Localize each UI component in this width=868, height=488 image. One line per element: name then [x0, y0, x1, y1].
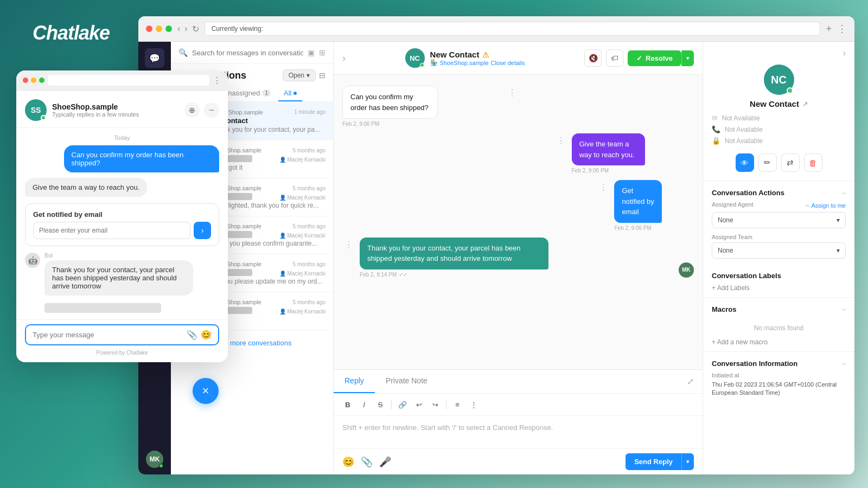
chat-input[interactable]: [33, 331, 182, 339]
macros-title: Macros: [712, 305, 737, 313]
message-actions-btn[interactable]: ⋮: [506, 86, 519, 100]
link-btn[interactable]: 🔗: [395, 397, 410, 412]
assign-to-me-btn[interactable]: → Assign to me: [804, 202, 846, 209]
edit-contact-btn[interactable]: ✏: [758, 153, 777, 172]
reply-footer: 😊 📎 🎤 Send Reply ▾: [334, 448, 703, 474]
view-contact-btn[interactable]: 👁: [736, 153, 754, 172]
list-btn[interactable]: ≡: [450, 397, 465, 412]
macros-header: Macros −: [703, 298, 854, 318]
italic-btn[interactable]: I: [356, 397, 372, 412]
reply-tab[interactable]: Reply: [334, 370, 375, 393]
add-macro-btn[interactable]: + Add a new macro: [703, 338, 854, 351]
conv-info-collapse-btn[interactable]: −: [842, 360, 846, 368]
nav-back-btn[interactable]: ‹: [177, 24, 180, 34]
message-actions-btn[interactable]: ⋮: [342, 237, 355, 252]
widget-settings-btn[interactable]: ⊕: [184, 102, 200, 118]
browser-window: ‹ › ↻ + ⋮ 💬 👤 📊 ⚙ ? MK 🔍 ▣ ⊞: [138, 16, 854, 474]
close-details-link[interactable]: Close details: [491, 60, 525, 66]
conv-actions-title: Conversation Actions: [712, 189, 784, 197]
assigned-agent-select[interactable]: None ▾: [712, 212, 846, 228]
select-chevron-icon: ▾: [837, 216, 840, 224]
toggle-icon-2[interactable]: ⊞: [319, 48, 326, 57]
mute-btn[interactable]: 🔇: [584, 49, 602, 67]
expand-reply-btn[interactable]: ⤢: [678, 370, 703, 393]
collapse-panel-btn[interactable]: ›: [342, 53, 346, 64]
add-labels-btn[interactable]: + Add Labels: [712, 284, 846, 292]
chat-area: › NC New Contact ⚠ 🏪 ShoeSho: [334, 42, 703, 474]
url-bar[interactable]: [205, 22, 821, 36]
undo-btn[interactable]: ↩: [411, 397, 426, 412]
resolve-dropdown-btn[interactable]: ▾: [681, 50, 694, 66]
widget-url-bar: [48, 75, 209, 86]
contact-card: NC New Contact ↗ ✉ Not Available 📞 Not A…: [703, 65, 854, 181]
browser-titlebar: ‹ › ↻ + ⋮: [138, 16, 854, 42]
toggle-icon-1[interactable]: ▣: [308, 48, 315, 57]
user-avatar[interactable]: MK: [146, 451, 163, 468]
browser-menu-btn[interactable]: ⋮: [837, 23, 847, 35]
nav-refresh-btn[interactable]: ↻: [192, 24, 199, 34]
widget-close-btn[interactable]: −: [204, 102, 219, 118]
merge-contact-btn[interactable]: ⇄: [781, 153, 800, 172]
chat-header: › NC New Contact ⚠ 🏪 ShoeSho: [334, 42, 703, 75]
macros-collapse-btn[interactable]: −: [842, 306, 846, 313]
conv-info-section: Conversation Information − Initiated at …: [703, 351, 854, 404]
maximize-button-dot[interactable]: [165, 25, 172, 32]
conv-actions-collapse-btn[interactable]: −: [842, 189, 846, 197]
widget-close-dot: [23, 78, 28, 83]
assigned-team-label: Assigned Team: [712, 234, 846, 240]
search-icon: 🔍: [178, 48, 188, 57]
chat-date-divider: Today: [16, 128, 228, 145]
open-filter-badge[interactable]: Open ▾: [283, 69, 316, 81]
conv-agent-name: 👤 Maciej Kornacki: [279, 307, 326, 316]
reply-input-area[interactable]: Shift + enter for newline. Start with '/…: [334, 416, 703, 448]
emoji-icon[interactable]: 😊: [342, 456, 354, 468]
email-submit-btn[interactable]: ›: [194, 222, 211, 239]
conv-time: 5 months ago: [292, 147, 326, 153]
emoji-icon[interactable]: 😊: [201, 330, 212, 340]
conv-agent-name: 👤 Maciej Kornacki: [279, 231, 326, 240]
chat-contact-online-dot: [420, 63, 424, 67]
delete-contact-btn[interactable]: 🗑: [804, 153, 822, 172]
audio-icon[interactable]: 🎤: [379, 456, 391, 468]
email-input[interactable]: [33, 222, 190, 239]
collapse-icon[interactable]: ›: [843, 48, 846, 58]
tab-all[interactable]: All: [278, 86, 302, 101]
assigned-agent-label: Assigned Agent: [712, 201, 753, 208]
message-actions-btn[interactable]: ⋮: [554, 133, 567, 148]
ordered-list-btn[interactable]: ⋮: [466, 397, 481, 412]
send-reply-btn[interactable]: Send Reply: [626, 453, 681, 470]
redo-btn[interactable]: ↪: [427, 397, 443, 412]
strike-btn[interactable]: S: [373, 397, 388, 412]
bot-message-1: Give the team a way to reach you.: [25, 178, 147, 197]
close-button-dot[interactable]: [146, 25, 152, 32]
widget-max-dot: [39, 78, 44, 83]
search-input[interactable]: [192, 49, 303, 57]
chat-header-right: 🔇 🏷 ✓ Resolve ▾: [584, 49, 694, 67]
unassigned-count: 1: [262, 89, 271, 97]
label-btn[interactable]: 🏷: [606, 49, 623, 67]
email-icon: ✉: [712, 114, 718, 122]
external-link-icon[interactable]: ↗: [802, 100, 808, 108]
bold-btn[interactable]: B: [340, 397, 355, 412]
resolve-btn[interactable]: ✓ Resolve: [628, 50, 681, 66]
close-widget-button[interactable]: ×: [193, 378, 219, 404]
minimize-button-dot[interactable]: [156, 25, 162, 32]
attachment-icon[interactable]: 📎: [187, 330, 197, 340]
nav-forward-btn[interactable]: ›: [184, 24, 187, 34]
macros-section: Macros − No macros found + Add a new mac…: [703, 297, 854, 351]
message-row: ⋮ Give the team a way to reach you. Feb …: [342, 133, 694, 174]
private-note-tab[interactable]: Private Note: [375, 370, 438, 393]
widget-menu[interactable]: ⋮: [213, 75, 221, 86]
attachment-icon[interactable]: 📎: [361, 456, 373, 468]
sidebar-icon-conversations[interactable]: 💬: [145, 48, 164, 68]
shop-link[interactable]: ShoeShop.sample: [440, 60, 489, 66]
shop-name: ShoeShop.sample: [52, 102, 139, 111]
message-actions-btn[interactable]: ⋮: [597, 180, 610, 195]
new-tab-btn[interactable]: +: [826, 23, 832, 35]
assigned-team-select[interactable]: None ▾: [712, 242, 846, 259]
browser-content: 💬 👤 📊 ⚙ ? MK 🔍 ▣ ⊞ Conversations: [138, 42, 854, 474]
message-bubble-incoming: Can you confirm my order has been shippe…: [342, 86, 438, 119]
send-dropdown-btn[interactable]: ▾: [681, 453, 694, 470]
filter-icon[interactable]: ⊟: [319, 71, 326, 80]
message-row: ⋮ Get notified by email Feb 2, 9:06 PM: [342, 180, 694, 231]
